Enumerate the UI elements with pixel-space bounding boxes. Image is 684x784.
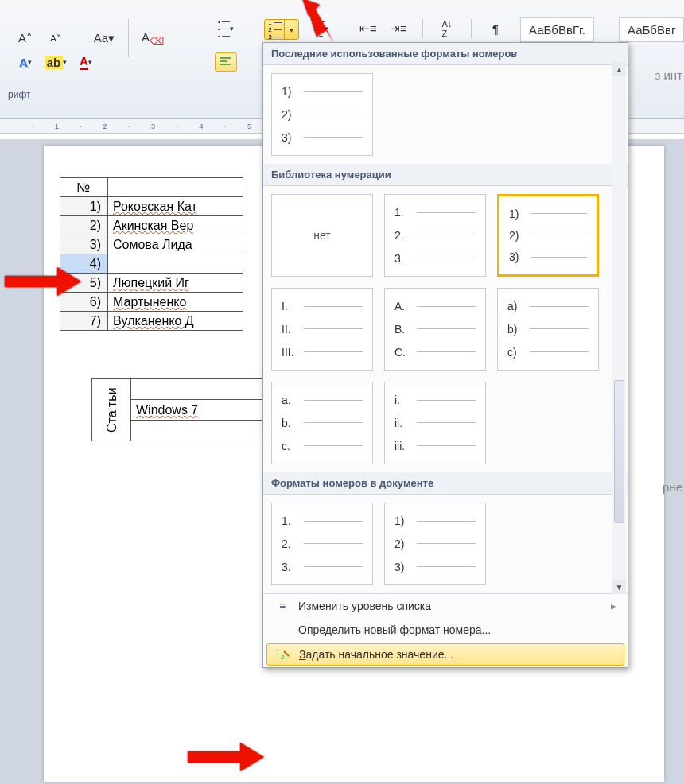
- svg-text:2: 2: [281, 654, 285, 661]
- font-color-button[interactable]: A▾: [75, 52, 97, 72]
- format-roman[interactable]: I. II. III.: [271, 288, 373, 371]
- svg-marker-8: [57, 267, 81, 296]
- dropdown-scrollbar[interactable]: ▲ ▼: [612, 62, 626, 594]
- menu-change-level[interactable]: ≡ ИИзменить уровень списказменить уровен…: [263, 594, 628, 618]
- change-level-icon: ≡: [274, 600, 290, 612]
- red-arrow-bottom: [188, 743, 264, 771]
- svg-text:1: 1: [276, 649, 280, 656]
- shrink-font-button[interactable]: A˅: [45, 29, 67, 48]
- table-row[interactable]: 2): [60, 216, 108, 235]
- scroll-thumb[interactable]: [614, 380, 624, 523]
- gallery-recent: 1) 2) 3): [263, 65, 628, 164]
- font-group-label: рифт: [8, 89, 30, 100]
- scroll-down-icon[interactable]: ▼: [612, 580, 626, 594]
- ghost-text: з инт: [655, 68, 682, 82]
- menu-set-value[interactable]: 12 Задать начальное значение...: [266, 643, 624, 666]
- numbering-button[interactable]: 123 ▾: [264, 19, 299, 40]
- red-arrow-top: [302, 0, 350, 46]
- sort-button[interactable]: A↓Z: [436, 19, 458, 38]
- table-header-num: №: [60, 178, 108, 197]
- svg-rect-7: [5, 276, 57, 287]
- scroll-up-icon[interactable]: ▲: [612, 62, 626, 76]
- numbering-dropdown: Последние использованные форматы номеров…: [262, 42, 628, 668]
- set-value-icon: 12: [275, 648, 291, 661]
- format-paren123-selected[interactable]: 1) 2) 3): [497, 194, 599, 277]
- show-formatting-button[interactable]: ¶: [484, 19, 507, 38]
- numbering-dropdown-caret[interactable]: ▾: [285, 25, 297, 34]
- font-group-row1: A˄ A˅ Aa▾ A⌫: [14, 19, 164, 57]
- style-option-1[interactable]: АаБбВвГг.: [520, 17, 594, 42]
- ghost-text: рне: [663, 480, 682, 494]
- table-row[interactable]: 3): [60, 235, 108, 254]
- table-row[interactable]: 7): [60, 312, 108, 331]
- format-paren123-doc[interactable]: 1) 2) 3): [384, 503, 486, 585]
- format-dot123-doc[interactable]: 1. 2. 3.: [271, 503, 373, 585]
- table-row[interactable]: 1): [60, 197, 108, 216]
- format-lower-roman[interactable]: i. ii. iii.: [384, 382, 486, 464]
- table-names[interactable]: № 1)Роковская Кат 2)Акинская Вер 3)Сомов…: [60, 177, 243, 331]
- format-lower-abc-dot[interactable]: a. b. c.: [271, 382, 373, 464]
- format-paren123[interactable]: 1) 2) 3): [271, 73, 373, 156]
- highlight-button[interactable]: ab▾: [45, 52, 67, 72]
- change-case-button[interactable]: Aa▾: [93, 29, 115, 48]
- gallery-library: нет 1. 2. 3. 1) 2) 3) I. II. III. A. B. …: [263, 186, 628, 472]
- svg-rect-9: [188, 751, 240, 763]
- paragraph-row2: [215, 52, 237, 72]
- format-lower-abc-paren[interactable]: a) b) c): [497, 288, 599, 371]
- font-group-row2: A▾ ab▾ A▾: [14, 52, 97, 72]
- text-effects-button[interactable]: A▾: [14, 52, 37, 72]
- svg-marker-10: [240, 743, 264, 771]
- table-articles[interactable]: Ста тьи Windows 7: [91, 378, 290, 441]
- decrease-indent-button[interactable]: ⇤≡: [357, 19, 379, 38]
- section-library: Библиотека нумерации: [263, 164, 628, 186]
- gallery-doc: 1. 2. 3. 1) 2) 3): [263, 495, 628, 593]
- menu-define-new[interactable]: Определить новый формат номера...: [263, 618, 628, 642]
- align-left-button[interactable]: [215, 52, 237, 72]
- style-option-2[interactable]: АаБбВвг: [619, 17, 684, 42]
- paragraph-row1: •••▾: [215, 19, 237, 38]
- section-doc: Форматы номеров в документе: [263, 472, 628, 495]
- format-none[interactable]: нет: [271, 194, 373, 277]
- clear-formatting-button[interactable]: A⌫: [142, 29, 164, 48]
- rotated-label: Ста тьи: [92, 379, 131, 441]
- format-upperABC[interactable]: A. B. C.: [384, 288, 486, 371]
- grow-font-button[interactable]: A˄: [14, 29, 37, 48]
- bullets-button[interactable]: •••▾: [215, 19, 237, 38]
- section-recent: Последние использованные форматы номеров: [263, 43, 628, 65]
- dropdown-footer: ≡ ИИзменить уровень списказменить уровен…: [263, 593, 628, 666]
- increase-indent-button[interactable]: ⇥≡: [387, 19, 410, 38]
- red-arrow-row4: [5, 267, 81, 296]
- format-dot123[interactable]: 1. 2. 3.: [384, 194, 486, 277]
- table-header-name: [108, 178, 243, 197]
